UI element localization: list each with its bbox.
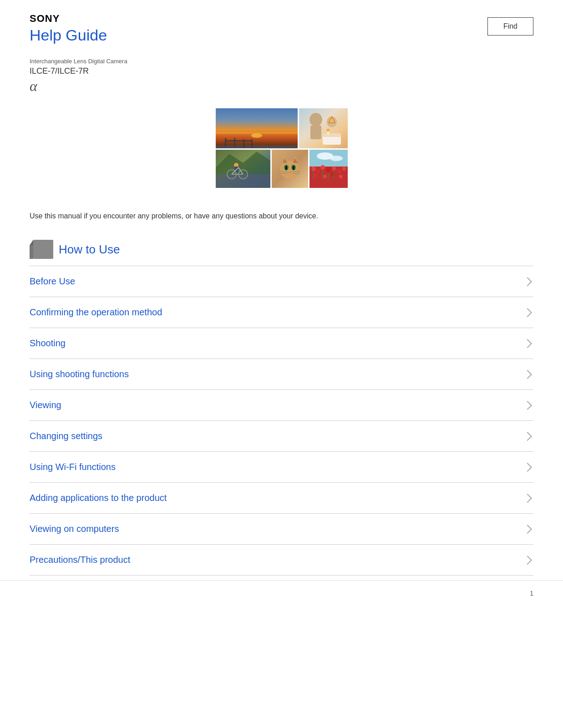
chevron-right-icon xyxy=(523,555,533,565)
device-model: ILCE-7/ILCE-7R xyxy=(30,66,533,76)
svg-rect-15 xyxy=(323,133,341,137)
nav-item[interactable]: Changing settings xyxy=(30,421,533,452)
intro-text: Use this manual if you encounter any pro… xyxy=(0,202,563,231)
page-number: 1 xyxy=(530,590,533,597)
svg-point-9 xyxy=(309,113,322,126)
svg-point-48 xyxy=(311,167,316,171)
svg-point-37 xyxy=(293,166,294,170)
svg-rect-7 xyxy=(251,139,253,147)
chevron-right-icon xyxy=(523,431,533,441)
nav-item-label: Changing settings xyxy=(30,431,102,441)
svg-rect-3 xyxy=(225,140,252,142)
sony-logo: SONY xyxy=(30,13,107,25)
chevron-right-icon xyxy=(523,400,533,410)
section-icon xyxy=(30,240,53,259)
svg-point-54 xyxy=(342,167,346,171)
hero-collage xyxy=(216,108,348,188)
nav-item-label: Precautions/This product xyxy=(30,555,130,565)
svg-point-49 xyxy=(316,169,320,173)
chevron-right-icon xyxy=(523,308,533,318)
nav-item[interactable]: Viewing xyxy=(30,390,533,421)
svg-rect-65 xyxy=(30,245,33,259)
chevron-right-icon xyxy=(523,462,533,472)
svg-point-29 xyxy=(280,161,300,179)
nav-item-label: Using Wi-Fi functions xyxy=(30,462,116,472)
hero-image-area xyxy=(0,108,563,188)
svg-point-53 xyxy=(337,169,342,173)
svg-line-59 xyxy=(313,171,314,179)
svg-rect-5 xyxy=(234,138,235,147)
svg-line-62 xyxy=(334,170,334,179)
section-header: How to Use xyxy=(0,231,563,266)
nav-item[interactable]: Shooting xyxy=(30,328,533,359)
svg-point-17 xyxy=(327,129,330,131)
svg-marker-66 xyxy=(30,240,33,245)
nav-item[interactable]: Precautions/This product xyxy=(30,545,533,576)
logo-area: SONY Help Guide xyxy=(30,13,107,44)
nav-item-label: Viewing on computers xyxy=(30,524,119,534)
navigation-list: Before UseConfirming the operation metho… xyxy=(0,266,563,576)
svg-point-46 xyxy=(330,156,343,161)
nav-item[interactable]: Using shooting functions xyxy=(30,359,533,390)
chevron-right-icon xyxy=(523,493,533,503)
page-header: SONY Help Guide Find xyxy=(0,0,563,44)
svg-rect-10 xyxy=(310,126,321,139)
nav-item-label: Using shooting functions xyxy=(30,369,129,379)
nav-item-label: Adding applications to the product xyxy=(30,493,167,503)
nav-item-label: Confirming the operation method xyxy=(30,307,162,318)
nav-item-label: Shooting xyxy=(30,338,66,349)
chevron-right-icon xyxy=(523,524,533,534)
svg-point-58 xyxy=(339,175,343,178)
svg-point-52 xyxy=(332,167,336,170)
svg-point-56 xyxy=(323,175,327,178)
svg-rect-19 xyxy=(216,174,270,188)
alpha-symbol: α xyxy=(30,78,533,95)
nav-item[interactable]: Viewing on computers xyxy=(30,514,533,545)
svg-rect-63 xyxy=(33,240,53,259)
nav-item-label: Before Use xyxy=(30,276,75,287)
nav-item-label: Viewing xyxy=(30,400,61,410)
svg-point-36 xyxy=(285,166,287,170)
nav-item[interactable]: Adding applications to the product xyxy=(30,483,533,514)
nav-item[interactable]: Using Wi-Fi functions xyxy=(30,452,533,483)
section-title: How to Use xyxy=(59,243,120,257)
svg-point-55 xyxy=(314,173,318,178)
svg-line-61 xyxy=(328,172,329,181)
chevron-right-icon xyxy=(523,369,533,379)
help-guide-title: Help Guide xyxy=(30,26,107,44)
svg-rect-0 xyxy=(216,108,298,148)
find-button[interactable]: Find xyxy=(487,17,533,35)
nav-item[interactable]: Confirming the operation method xyxy=(30,297,533,328)
chevron-right-icon xyxy=(523,277,533,287)
svg-point-57 xyxy=(331,172,335,177)
svg-rect-6 xyxy=(243,139,244,147)
chevron-right-icon xyxy=(523,339,533,349)
svg-point-51 xyxy=(326,167,331,172)
device-info: Interchangeable Lens Digital Camera ILCE… xyxy=(0,44,563,95)
intro-text-content: Use this manual if you encounter any pro… xyxy=(30,212,318,220)
nav-item[interactable]: Before Use xyxy=(30,266,533,297)
svg-point-50 xyxy=(320,165,325,170)
svg-line-60 xyxy=(322,170,323,179)
svg-rect-4 xyxy=(225,138,226,147)
device-subtitle: Interchangeable Lens Digital Camera xyxy=(30,58,533,65)
page-footer: 1 xyxy=(0,580,563,606)
svg-point-2 xyxy=(251,133,262,138)
